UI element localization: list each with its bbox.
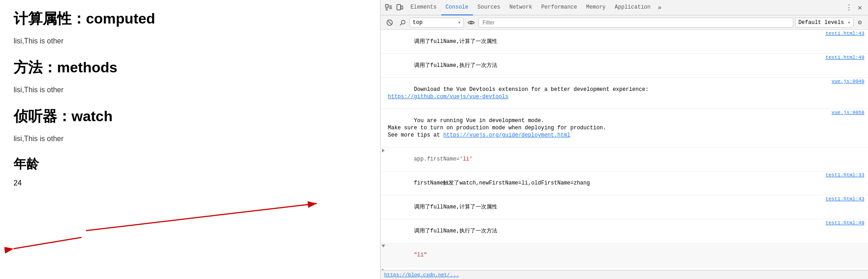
- default-levels-label: Default levels: [798, 19, 844, 26]
- status-bar: https://blog.csdn.net/...: [381, 270, 868, 279]
- context-selector[interactable]: top ▾: [410, 18, 464, 28]
- left-panel: 计算属性：computed lisi,This is other 方法：meth…: [0, 0, 380, 279]
- computed-value: lisi,This is other: [14, 37, 367, 45]
- devtools-panel: Elements Console Sources Network Perform…: [380, 0, 868, 279]
- more-options-icon[interactable]: ⋮: [844, 3, 854, 12]
- console-source[interactable]: test1.html:33: [824, 172, 868, 178]
- console-source[interactable]: vue.js:9049: [830, 78, 868, 85]
- filter-icon[interactable]: [397, 17, 408, 28]
- console-row: app.lastName='si': [381, 267, 868, 270]
- console-row: 调用了fullName,计算了一次属性 test1.html:43: [381, 195, 868, 219]
- console-message: 调用了fullName,执行了一次方法: [387, 220, 824, 242]
- clear-console-icon[interactable]: [384, 17, 395, 28]
- methods-keyword: methods: [57, 59, 117, 76]
- watch-value: lisi,This is other: [14, 135, 367, 143]
- console-row: 调用了fullName,执行了一次方法 test1.html:49: [381, 219, 868, 243]
- console-message: 调用了fullName,计算了一次属性: [387, 30, 824, 53]
- computed-keyword: computed: [86, 10, 155, 27]
- arrow-left-icon: [5, 231, 86, 258]
- computed-label: 计算属性：: [14, 10, 86, 27]
- devtools-link[interactable]: https://github.com/vuejs/vue-devtools: [388, 94, 508, 100]
- console-message: app.firstName='li': [387, 148, 868, 170]
- svg-rect-4: [386, 5, 388, 7]
- default-levels-selector[interactable]: Default levels ▾: [795, 18, 854, 28]
- expand-toggle[interactable]: [381, 148, 387, 152]
- console-source[interactable]: test1.html:49: [824, 54, 868, 61]
- methods-label: 方法：: [14, 59, 57, 76]
- console-row: Download the Vue Devtools extension for …: [381, 78, 868, 109]
- svg-line-13: [388, 21, 391, 24]
- eye-icon[interactable]: [466, 17, 477, 28]
- filter-input[interactable]: [478, 18, 793, 28]
- console-content[interactable]: 调用了fullName,计算了一次属性 test1.html:43 调用了ful…: [381, 30, 868, 270]
- tab-list: Elements Console Sources Network Perform…: [406, 0, 664, 15]
- expand-toggle: [381, 30, 387, 31]
- close-devtools-icon[interactable]: ✕: [855, 3, 864, 12]
- expand-toggle[interactable]: [381, 244, 387, 247]
- topbar-right: ⋮ ✕: [844, 3, 864, 12]
- console-result: "li": [387, 244, 868, 266]
- console-message: app.lastName='si': [387, 268, 868, 270]
- console-row: 调用了fullName,计算了一次属性 test1.html:43: [381, 30, 868, 54]
- status-link[interactable]: https://blog.csdn.net/...: [384, 272, 459, 278]
- watch-keyword: watch: [72, 108, 113, 124]
- tab-console[interactable]: Console: [441, 0, 473, 15]
- svg-line-1: [14, 237, 81, 249]
- svg-rect-10: [397, 5, 401, 10]
- methods-title: 方法：methods: [14, 58, 367, 78]
- settings-icon[interactable]: ⚙: [855, 18, 864, 27]
- console-message: Download the Vue Devtools extension for …: [387, 78, 830, 108]
- watch-title: 侦听器：watch: [14, 107, 367, 127]
- console-row: You are running Vue in development mode.…: [381, 109, 868, 147]
- computed-title: 计算属性：computed: [14, 9, 367, 29]
- device-icon[interactable]: [395, 3, 404, 12]
- expand-toggle: [381, 54, 387, 55]
- expand-toggle: [381, 109, 387, 110]
- expand-toggle[interactable]: [381, 268, 387, 270]
- tab-elements[interactable]: Elements: [406, 0, 441, 15]
- console-row: "li": [381, 243, 868, 267]
- console-row: 调用了fullName,执行了一次方法 test1.html:49: [381, 54, 868, 78]
- inspect-icon[interactable]: [384, 3, 393, 12]
- console-message: You are running Vue in development mode.…: [387, 109, 830, 147]
- context-label: top: [413, 19, 423, 26]
- svg-point-16: [470, 22, 472, 24]
- svg-point-14: [401, 20, 405, 24]
- console-row: firstName触发了watch,newFirstName=li,oldFir…: [381, 171, 868, 195]
- watch-label: 侦听器：: [14, 108, 72, 124]
- expand-toggle: [381, 172, 387, 173]
- tab-sources[interactable]: Sources: [473, 0, 505, 15]
- console-message: 调用了fullName,计算了一次属性: [387, 196, 824, 218]
- console-source[interactable]: vue.js:9058: [830, 109, 868, 116]
- tab-memory[interactable]: Memory: [582, 0, 610, 15]
- expand-toggle: [381, 220, 387, 221]
- console-message: firstName触发了watch,newFirstName=li,oldFir…: [387, 172, 824, 194]
- expand-toggle: [381, 196, 387, 197]
- svg-rect-11: [401, 6, 403, 9]
- console-row: app.firstName='li': [381, 147, 868, 171]
- console-source[interactable]: test1.html:49: [824, 220, 868, 226]
- console-source[interactable]: test1.html:43: [824, 196, 868, 202]
- vuejs-link[interactable]: https://vuejs.org/guide/deployment.html: [443, 132, 570, 138]
- tab-application[interactable]: Application: [610, 0, 655, 15]
- console-toolbar: top ▾ Default levels ▾ ⚙: [381, 15, 868, 30]
- methods-value: lisi,This is other: [14, 86, 367, 94]
- age-value: 24: [14, 179, 367, 187]
- svg-line-3: [86, 203, 317, 231]
- tab-more[interactable]: »: [655, 0, 664, 15]
- age-title: 年龄: [14, 156, 367, 173]
- arrow-right-icon: [81, 190, 321, 244]
- tab-performance[interactable]: Performance: [537, 0, 582, 15]
- console-source[interactable]: test1.html:43: [824, 30, 868, 37]
- tab-network[interactable]: Network: [505, 0, 536, 15]
- expand-toggle: [381, 78, 387, 79]
- svg-line-15: [400, 24, 402, 25]
- console-message: 调用了fullName,执行了一次方法: [387, 54, 824, 77]
- devtools-topbar: Elements Console Sources Network Perform…: [381, 0, 868, 15]
